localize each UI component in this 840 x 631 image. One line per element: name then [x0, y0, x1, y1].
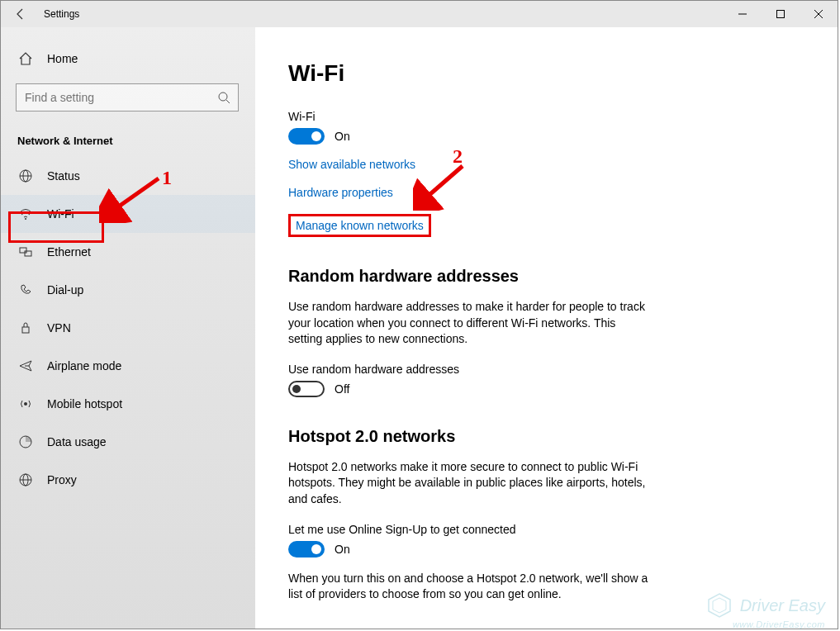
random-addresses-desc: Use random hardware addresses to make it… — [288, 299, 652, 348]
sidebar-item-label: Status — [47, 169, 80, 183]
sidebar-item-label: Data usage — [47, 435, 107, 448]
sidebar-item-label: VPN — [47, 321, 71, 334]
sidebar-item-dialup[interactable]: Dial-up — [1, 271, 255, 309]
random-state: Off — [335, 382, 349, 396]
hotspot-icon — [17, 396, 34, 412]
sidebar-item-datausage[interactable]: Data usage — [1, 423, 255, 461]
random-addresses-toggle[interactable] — [288, 381, 325, 397]
search-input[interactable] — [17, 91, 210, 104]
svg-rect-8 — [20, 248, 26, 253]
ethernet-icon — [17, 244, 34, 260]
svg-line-3 — [226, 100, 230, 103]
search-box[interactable] — [16, 83, 239, 111]
hotspot-desc: Hotspot 2.0 networks make it more secure… — [288, 459, 652, 508]
sidebar-item-status[interactable]: Status — [1, 157, 255, 195]
status-icon — [17, 168, 34, 184]
sidebar-item-wifi[interactable]: Wi-Fi — [1, 195, 255, 233]
random-addresses-title: Random hardware addresses — [288, 267, 804, 286]
datausage-icon — [17, 434, 34, 450]
sidebar-item-hotspot[interactable]: Mobile hotspot — [1, 385, 255, 423]
svg-rect-10 — [22, 327, 29, 333]
wifi-toggle[interactable] — [288, 128, 325, 145]
svg-point-7 — [25, 218, 26, 220]
hotspot-toggle-label: Let me use Online Sign-Up to get connect… — [288, 523, 804, 536]
sidebar-item-ethernet[interactable]: Ethernet — [1, 233, 255, 271]
wifi-state: On — [335, 130, 350, 143]
sidebar-item-vpn[interactable]: VPN — [1, 309, 255, 347]
close-button[interactable] — [800, 1, 838, 27]
sidebar-item-label: Mobile hotspot — [47, 397, 122, 410]
dialup-icon — [17, 282, 34, 298]
hotspot-title: Hotspot 2.0 networks — [288, 427, 804, 446]
maximize-button[interactable] — [762, 1, 800, 27]
random-toggle-label: Use random hardware addresses — [288, 363, 804, 376]
vpn-icon — [17, 320, 34, 336]
hotspot-toggle[interactable] — [288, 541, 325, 557]
back-button[interactable] — [1, 1, 40, 27]
home-link[interactable]: Home — [1, 42, 255, 75]
sidebar-item-airplane[interactable]: Airplane mode — [1, 347, 255, 385]
hotspot-footer: When you turn this on and choose a Hotsp… — [288, 571, 652, 603]
link-available-networks[interactable]: Show available networks — [288, 158, 415, 171]
titlebar: Settings — [1, 1, 838, 27]
sidebar-item-label: Proxy — [47, 473, 77, 486]
page-title: Wi-Fi — [288, 60, 804, 87]
main-content: Wi-Fi Wi-Fi On Show available networks H… — [255, 27, 838, 629]
sidebar-item-label: Airplane mode — [47, 359, 121, 372]
sidebar-item-label: Wi-Fi — [47, 207, 74, 221]
link-manage-networks[interactable]: Manage known networks — [296, 219, 424, 232]
home-icon — [17, 50, 34, 67]
svg-point-2 — [219, 93, 227, 101]
minimize-button[interactable] — [724, 1, 762, 27]
sidebar-item-proxy[interactable]: Proxy — [1, 461, 255, 499]
wifi-icon — [17, 206, 34, 222]
search-icon — [210, 91, 238, 104]
hotspot-state: On — [335, 543, 350, 556]
sidebar-item-label: Ethernet — [47, 245, 91, 259]
sidebar: Home Network & Internet Status — [1, 27, 255, 629]
sidebar-item-label: Dial-up — [47, 283, 83, 297]
link-hardware-properties[interactable]: Hardware properties — [288, 186, 393, 199]
window-title: Settings — [44, 8, 79, 20]
svg-rect-9 — [25, 251, 31, 256]
category-title: Network & Internet — [1, 120, 255, 157]
airplane-icon — [17, 358, 34, 374]
svg-rect-1 — [777, 11, 785, 18]
annotation-box-2: Manage known networks — [288, 214, 431, 237]
svg-point-11 — [24, 402, 27, 406]
wifi-section-label: Wi-Fi — [288, 110, 804, 123]
proxy-icon — [17, 472, 34, 488]
home-label: Home — [47, 52, 78, 65]
